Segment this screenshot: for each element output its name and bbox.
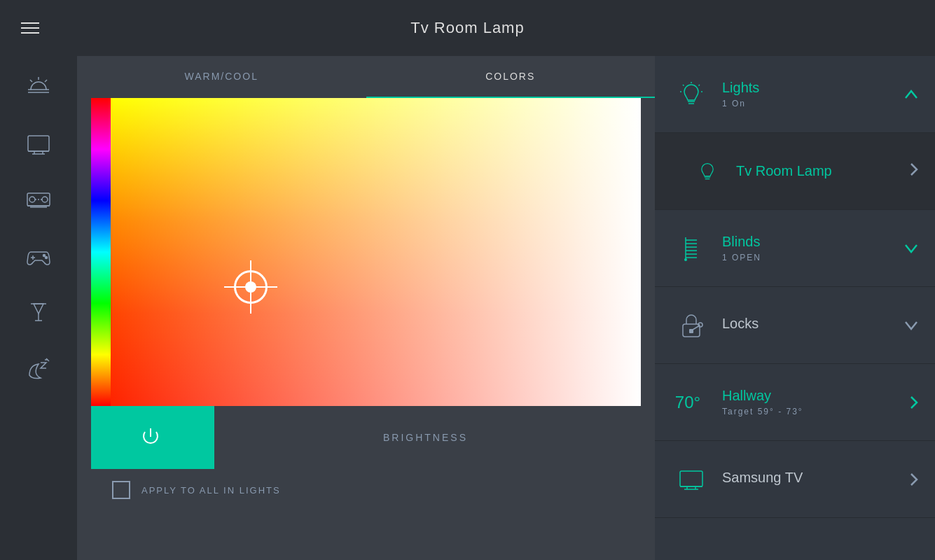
lights-content: Lights 1 On <box>711 80 904 108</box>
right-item-lights[interactable]: Lights 1 On <box>655 56 935 133</box>
menu-button[interactable] <box>21 22 39 34</box>
locks-content: Locks <box>711 316 904 335</box>
right-item-samsung-tv[interactable]: Samsung TV <box>655 441 935 518</box>
svg-point-11 <box>29 197 35 202</box>
blinds-icon <box>672 229 711 268</box>
sidebar-icon-game[interactable] <box>21 238 56 273</box>
apply-row: APPLY TO ALL IN LIGHTS <box>91 469 641 511</box>
sidebar-icon-sleep[interactable] <box>21 350 56 385</box>
samsung-tv-icon <box>672 460 711 499</box>
svg-point-40 <box>684 258 687 261</box>
locks-icon <box>672 306 711 345</box>
color-grid[interactable] <box>91 98 641 406</box>
crosshair-line-v <box>250 260 251 314</box>
svg-line-2 <box>45 80 47 82</box>
temp-badge: 70° <box>675 393 700 412</box>
tab-bar: WARM/COOL COLORS <box>77 56 655 98</box>
svg-point-18 <box>43 255 46 257</box>
power-icon <box>137 424 164 451</box>
svg-rect-45 <box>680 471 702 486</box>
hallway-content: Hallway Target 59° - 73° <box>711 388 910 416</box>
locks-action[interactable] <box>904 321 918 330</box>
tv-lamp-action[interactable] <box>910 162 918 180</box>
lights-subtitle: 1 On <box>722 99 893 108</box>
samsung-tv-title: Samsung TV <box>722 470 899 486</box>
hallway-icon: 70° <box>672 383 711 422</box>
lights-icon <box>672 75 711 114</box>
apply-label: APPLY TO ALL IN LIGHTS <box>141 485 281 496</box>
locks-title: Locks <box>722 316 893 332</box>
right-subitem-tv-lamp[interactable]: Tv Room Lamp <box>655 133 935 210</box>
lights-title: Lights <box>722 80 893 96</box>
tv-lamp-title: Tv Room Lamp <box>725 163 910 179</box>
sidebar <box>0 56 77 560</box>
color-picker-container: BRIGHTNESS APPLY TO ALL IN LIGHTS <box>77 98 655 560</box>
tab-warm-cool[interactable]: WARM/COOL <box>77 56 366 98</box>
center-panel: WARM/COOL COLORS <box>77 56 655 560</box>
sidebar-icon-sunrise[interactable] <box>21 70 56 105</box>
apply-checkbox[interactable] <box>112 481 130 499</box>
header-title: Tv Room Lamp <box>410 19 524 37</box>
samsung-tv-action[interactable] <box>910 472 918 486</box>
color-main[interactable] <box>111 98 641 406</box>
samsung-tv-content: Samsung TV <box>711 470 910 489</box>
brightness-indicator <box>210 406 214 469</box>
hallway-action[interactable] <box>910 396 918 410</box>
main-content: WARM/COOL COLORS <box>0 56 935 560</box>
tab-colors[interactable]: COLORS <box>366 56 656 98</box>
sidebar-icon-media[interactable] <box>21 182 56 217</box>
right-item-locks[interactable]: Locks <box>655 287 935 364</box>
svg-point-12 <box>42 197 48 202</box>
svg-point-19 <box>46 257 48 259</box>
right-item-hallway[interactable]: 70° Hallway Target 59° - 73° <box>655 364 935 441</box>
header: Tv Room Lamp <box>0 0 935 56</box>
hue-strip[interactable] <box>91 98 111 406</box>
hallway-subtitle: Target 59° - 73° <box>722 407 899 416</box>
lights-action[interactable] <box>904 90 918 99</box>
sidebar-icon-tv[interactable] <box>21 126 56 161</box>
blinds-subtitle: 1 OPEN <box>722 253 893 262</box>
color-crosshair[interactable] <box>234 270 268 304</box>
blinds-content: Blinds 1 OPEN <box>711 234 904 262</box>
svg-line-1 <box>30 80 32 82</box>
svg-line-27 <box>683 85 684 86</box>
right-item-blinds[interactable]: Blinds 1 OPEN <box>655 210 935 287</box>
brightness-container[interactable]: BRIGHTNESS <box>210 406 641 469</box>
bottom-controls: BRIGHTNESS <box>91 406 641 469</box>
sidebar-icon-cocktail[interactable] <box>21 294 56 329</box>
right-panel: Lights 1 On Tv Room Lamp <box>655 56 935 560</box>
svg-rect-5 <box>28 136 49 151</box>
power-button[interactable] <box>91 406 210 469</box>
tv-lamp-icon <box>690 154 725 189</box>
hallway-title: Hallway <box>722 388 899 404</box>
brightness-label: BRIGHTNESS <box>383 432 468 443</box>
svg-line-28 <box>699 85 700 86</box>
blinds-action[interactable] <box>904 244 918 253</box>
blinds-title: Blinds <box>722 234 893 250</box>
